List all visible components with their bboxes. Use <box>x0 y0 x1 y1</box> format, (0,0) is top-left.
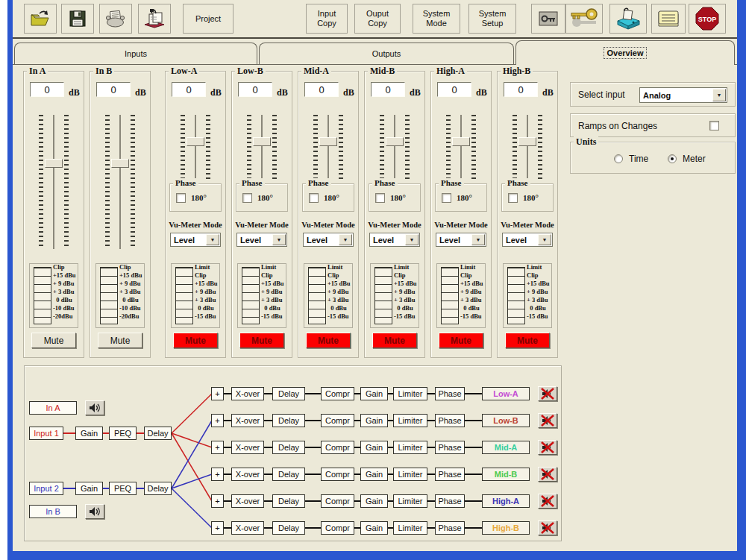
peq-block[interactable]: PEQ <box>109 482 137 495</box>
limiter-block[interactable]: Limiter <box>393 494 427 508</box>
sum-node[interactable]: + <box>211 494 224 508</box>
gain-slider[interactable] <box>166 115 227 182</box>
vu-mode-select[interactable]: Level ▼ <box>502 233 553 247</box>
gain-slider[interactable] <box>498 115 559 182</box>
unlock-button[interactable] <box>565 4 603 34</box>
save-button[interactable] <box>61 4 94 34</box>
delay-block[interactable]: Delay <box>272 387 305 400</box>
output-mute-speaker-low-a[interactable] <box>538 386 557 401</box>
output-label-high-b[interactable]: High-B <box>482 521 530 535</box>
gain-value-field[interactable]: 0 <box>30 82 64 97</box>
output-mute-speaker-mid-a[interactable] <box>538 440 557 455</box>
vu-mode-select[interactable]: Level ▼ <box>436 233 486 247</box>
delay-block[interactable]: Delay <box>272 494 305 508</box>
phase-checkbox[interactable] <box>442 193 451 203</box>
slider-thumb[interactable] <box>253 137 271 146</box>
gain-slider[interactable] <box>365 115 426 182</box>
slider-thumb[interactable] <box>45 159 63 168</box>
print-button[interactable] <box>99 4 132 34</box>
notes-button[interactable] <box>651 4 686 34</box>
gain-block[interactable]: Gain <box>360 494 388 508</box>
slider-thumb[interactable] <box>452 137 470 146</box>
tab-outputs[interactable]: Outputs <box>259 43 514 64</box>
output-label-low-a[interactable]: Low-A <box>482 387 530 400</box>
chevron-down-icon[interactable]: ▼ <box>206 234 219 245</box>
monitor-b-button[interactable] <box>85 504 104 519</box>
in-b-box[interactable]: In B <box>29 505 77 518</box>
input1-box[interactable]: Input 1 <box>29 427 63 440</box>
gain-value-field[interactable]: 0 <box>304 82 339 97</box>
gain-slider[interactable] <box>298 115 360 182</box>
project-button[interactable]: Project <box>183 4 233 34</box>
phase-block[interactable]: Phase <box>435 387 465 400</box>
xover-block[interactable]: X-over <box>231 387 264 400</box>
limiter-block[interactable]: Limiter <box>393 441 427 454</box>
mute-button[interactable]: Mute <box>372 333 417 348</box>
gain-block[interactable]: Gain <box>360 521 388 535</box>
lock-button[interactable] <box>531 4 565 34</box>
sum-node[interactable]: + <box>211 387 224 400</box>
mute-button[interactable]: Mute <box>239 333 284 348</box>
output-mute-speaker-mid-b[interactable] <box>538 467 557 482</box>
vu-mode-select[interactable]: Level ▼ <box>369 233 420 247</box>
mute-button[interactable]: Mute <box>173 333 218 348</box>
compressor-block[interactable]: Compr <box>321 441 354 454</box>
print-project-button[interactable] <box>138 4 171 34</box>
input-copy-button[interactable]: Input Copy <box>306 4 348 34</box>
compressor-block[interactable]: Compr <box>321 521 354 535</box>
xover-block[interactable]: X-over <box>231 468 264 481</box>
gain-value-field[interactable]: 0 <box>371 82 405 97</box>
slider-thumb[interactable] <box>518 137 536 146</box>
sum-node[interactable]: + <box>211 441 224 454</box>
phase-checkbox[interactable] <box>242 193 252 203</box>
compressor-block[interactable]: Compr <box>321 494 354 508</box>
system-setup-button[interactable]: System Setup <box>468 4 516 34</box>
gain-slider[interactable] <box>232 115 293 182</box>
xover-block[interactable]: X-over <box>231 441 264 454</box>
xover-block[interactable]: X-over <box>231 494 264 508</box>
input2-box[interactable]: Input 2 <box>29 482 63 495</box>
chevron-down-icon[interactable]: ▼ <box>471 234 485 245</box>
sum-node[interactable]: + <box>211 521 224 535</box>
ramps-checkbox[interactable] <box>709 121 719 130</box>
slider-thumb[interactable] <box>386 137 404 146</box>
delay-block[interactable]: Delay <box>272 468 305 481</box>
units-meter-option[interactable]: Meter <box>668 154 706 164</box>
slider-thumb[interactable] <box>111 159 129 168</box>
phase-checkbox[interactable] <box>375 193 385 203</box>
gain-block[interactable]: Gain <box>360 441 388 454</box>
sum-node[interactable]: + <box>211 414 224 427</box>
xover-block[interactable]: X-over <box>231 414 264 427</box>
limiter-block[interactable]: Limiter <box>393 521 427 535</box>
mute-button[interactable]: Mute <box>306 333 351 348</box>
limiter-block[interactable]: Limiter <box>393 468 427 481</box>
gain-block[interactable]: Gain <box>75 427 103 440</box>
gain-slider[interactable] <box>90 115 151 249</box>
delay-block[interactable]: Delay <box>272 521 305 535</box>
gain-value-field[interactable]: 0 <box>504 82 538 97</box>
delay-block[interactable]: Delay <box>144 482 172 495</box>
phase-block[interactable]: Phase <box>435 494 465 508</box>
gain-block[interactable]: Gain <box>360 414 388 427</box>
tab-inputs[interactable]: Inputs <box>14 43 257 64</box>
delay-block[interactable]: Delay <box>144 427 172 440</box>
units-time-option[interactable]: Time <box>614 154 648 164</box>
phase-checkbox[interactable] <box>508 193 518 203</box>
hardware-button[interactable] <box>609 4 647 34</box>
delay-block[interactable]: Delay <box>272 441 305 454</box>
radio-meter[interactable] <box>668 154 677 163</box>
phase-checkbox[interactable] <box>309 193 319 203</box>
compressor-block[interactable]: Compr <box>321 414 354 427</box>
limiter-block[interactable]: Limiter <box>393 387 427 400</box>
output-label-mid-b[interactable]: Mid-B <box>482 468 530 481</box>
mute-button[interactable]: Mute <box>505 333 550 348</box>
vu-mode-select[interactable]: Level ▼ <box>303 233 354 247</box>
chevron-down-icon[interactable]: ▼ <box>538 234 551 245</box>
output-label-high-a[interactable]: High-A <box>482 494 530 508</box>
slider-thumb[interactable] <box>186 137 204 146</box>
gain-block[interactable]: Gain <box>360 468 388 481</box>
gain-value-field[interactable]: 0 <box>437 82 471 97</box>
compressor-block[interactable]: Compr <box>321 468 354 481</box>
chevron-down-icon[interactable]: ▼ <box>405 234 419 245</box>
phase-block[interactable]: Phase <box>435 441 465 454</box>
